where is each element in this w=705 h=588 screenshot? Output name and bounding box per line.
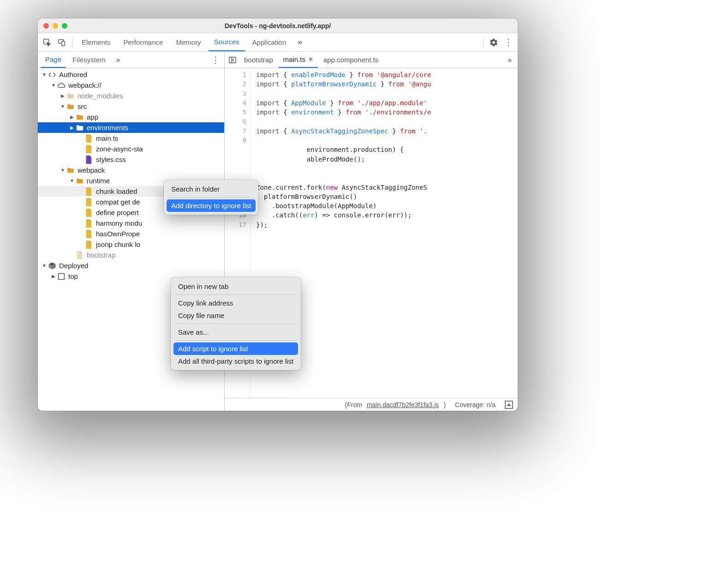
tree-row[interactable]: ▼Deployed <box>38 260 224 271</box>
tree-row[interactable]: ▼src <box>38 101 224 112</box>
tree-label: define propert <box>96 209 139 216</box>
close-icon[interactable]: ✕ <box>308 56 313 63</box>
context-menu-item[interactable]: Copy file name <box>173 309 298 322</box>
main-tab-sources[interactable]: Sources <box>209 33 245 51</box>
nav-tab-filesystem[interactable]: Filesystem <box>68 52 110 68</box>
chevron-down-icon[interactable]: ▼ <box>69 178 75 184</box>
nav-overflow-icon[interactable]: » <box>112 54 124 66</box>
svg-rect-3 <box>59 273 65 279</box>
tree-row[interactable]: ▶app <box>38 112 224 122</box>
chevron-down-icon[interactable]: ▼ <box>42 263 47 269</box>
file-yellow-icon <box>85 230 93 238</box>
settings-gear-icon[interactable] <box>487 36 500 49</box>
tree-label: bootstrap <box>87 251 116 259</box>
tree-label: environments <box>87 124 128 132</box>
tree-row[interactable]: ▶environments <box>38 122 224 133</box>
tree-label: node_modules <box>78 92 123 100</box>
tree-label: chunk loaded <box>96 187 137 195</box>
maximize-icon[interactable] <box>62 23 67 29</box>
chevron-down-icon[interactable]: ▼ <box>60 168 66 173</box>
chevron-down-icon[interactable]: ▼ <box>51 83 56 88</box>
file-yellow-icon <box>85 198 93 206</box>
folder-icon <box>76 177 84 185</box>
file-context-menu[interactable]: Open in new tabCopy link addressCopy fil… <box>171 277 301 370</box>
tree-label: jsonp chunk lo <box>96 240 140 248</box>
tree-row[interactable]: ▶hasOwnPrope <box>38 228 224 239</box>
inspect-icon[interactable] <box>41 36 54 49</box>
tree-label: top <box>68 272 78 280</box>
tree-label: app <box>87 113 98 121</box>
tree-label: Authored <box>59 71 87 78</box>
chevron-right-icon[interactable]: ▶ <box>51 274 56 279</box>
cloud-icon <box>57 81 66 90</box>
frame-icon <box>57 272 66 281</box>
chevron-down-icon[interactable]: ▼ <box>42 72 47 78</box>
folder-context-menu[interactable]: Search in folderAdd directory to ignore … <box>164 180 258 215</box>
coverage-label: Coverage: n/a <box>455 401 496 408</box>
folder-icon <box>66 102 75 111</box>
deploy-icon <box>48 262 56 270</box>
context-menu-item[interactable]: Save as... <box>173 326 298 338</box>
tree-label: Deployed <box>59 262 88 270</box>
tree-label: webpack <box>78 166 105 174</box>
tabs-overflow-icon[interactable]: » <box>293 36 306 49</box>
nav-tab-page[interactable]: Page <box>41 52 66 68</box>
nav-kebab-icon[interactable]: ⋮ <box>209 54 221 66</box>
tree-row[interactable]: ▶jsonp chunk lo <box>38 239 224 250</box>
minimize-icon[interactable] <box>53 23 58 29</box>
tree-label: zone-async-sta <box>96 145 143 153</box>
file-dim-icon <box>76 251 84 259</box>
device-toggle-icon[interactable] <box>55 36 68 49</box>
tree-row[interactable]: ▼webpack:// <box>38 80 224 90</box>
context-menu-item[interactable]: Add all third-party scripts to ignore li… <box>173 355 298 367</box>
folder-white-icon <box>76 124 84 132</box>
main-tab-memory[interactable]: Memory <box>170 33 206 51</box>
file-yellow-icon <box>85 209 93 217</box>
main-tab-application[interactable]: Application <box>247 33 292 51</box>
code-icon <box>48 71 56 79</box>
chevron-right-icon[interactable]: ▶ <box>60 93 66 99</box>
context-menu-item[interactable]: Open in new tab <box>173 280 298 293</box>
main-tab-elements[interactable]: Elements <box>76 33 116 51</box>
from-label: (From <box>345 401 362 408</box>
folder-dim-icon <box>66 92 75 100</box>
main-tab-performance[interactable]: Performance <box>118 33 169 51</box>
folder-icon <box>66 166 75 174</box>
tree-row[interactable]: ▼Authored <box>38 69 224 80</box>
editor-tabs-overflow-icon[interactable]: » <box>504 54 516 66</box>
tree-label: harmony modu <box>96 219 142 227</box>
folder-icon <box>76 113 84 121</box>
editor-status: (From main.dacdf7b2fe3f1fa3.js ) Coverag… <box>225 398 518 411</box>
window-controls <box>43 23 67 29</box>
tree-row[interactable]: ▶styles.css <box>38 154 224 165</box>
file-yellow-icon <box>85 134 93 143</box>
titlebar: DevTools - ng-devtools.netlify.app/ <box>38 18 518 33</box>
file-yellow-icon <box>85 240 93 249</box>
editor-tab[interactable]: main.ts✕ <box>279 52 318 68</box>
context-menu-item[interactable]: Search in folder <box>167 183 256 195</box>
chevron-down-icon[interactable]: ▼ <box>60 104 66 109</box>
tree-row[interactable]: ▶node_modules <box>38 90 224 101</box>
context-menu-item[interactable]: Add script to ignore list <box>173 342 298 355</box>
editor-tab[interactable]: bootstrap <box>239 52 278 68</box>
tree-row[interactable]: ▶zone-async-sta <box>38 144 224 154</box>
context-menu-item[interactable]: Add directory to ignore list <box>167 199 256 212</box>
tree-label: hasOwnPrope <box>96 230 140 238</box>
close-icon[interactable] <box>43 23 49 29</box>
toggle-navigator-icon[interactable] <box>227 54 239 66</box>
tree-label: main.ts <box>96 134 118 142</box>
file-yellow-icon <box>85 145 93 153</box>
show-coverage-icon[interactable] <box>505 401 513 409</box>
sourcemap-link[interactable]: main.dacdf7b2fe3f1fa3.js <box>367 401 439 408</box>
context-menu-item[interactable]: Copy link address <box>173 297 298 309</box>
chevron-right-icon[interactable]: ▶ <box>69 125 75 131</box>
kebab-menu-icon[interactable]: ⋮ <box>502 36 515 49</box>
tree-row[interactable]: ▼webpack <box>38 165 224 175</box>
tree-row[interactable]: ▶harmony modu <box>38 218 224 228</box>
tree-row[interactable]: ▶main.ts <box>38 133 224 144</box>
window-title: DevTools - ng-devtools.netlify.app/ <box>225 22 331 30</box>
tree-label: src <box>78 102 87 110</box>
chevron-right-icon[interactable]: ▶ <box>69 114 75 120</box>
tree-row[interactable]: ▶bootstrap <box>38 250 224 260</box>
editor-tab[interactable]: app.component.ts <box>319 52 383 68</box>
